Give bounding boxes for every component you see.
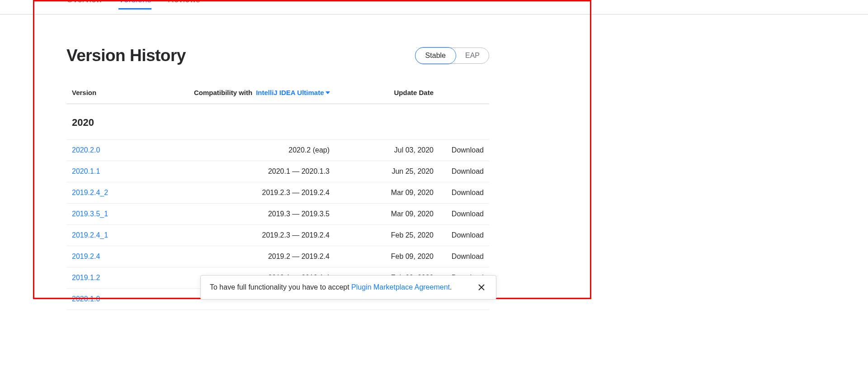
tab-versions[interactable]: Versions bbox=[118, 0, 151, 10]
download-link[interactable]: Download bbox=[452, 146, 484, 154]
product-selector-label: IntelliJ IDEA Ultimate bbox=[256, 89, 324, 96]
compatibility-cell: 2019.3 — 2019.3.5 bbox=[194, 210, 343, 218]
year-group: 2020 bbox=[66, 104, 489, 140]
table-row: 2020.2.02020.2 (eap)Jul 03, 2020Download bbox=[66, 140, 489, 161]
download-link[interactable]: Download bbox=[452, 252, 484, 260]
th-compat-prefix: Compatibility with bbox=[194, 89, 252, 96]
th-compatibility: Compatibility with IntelliJ IDEA Ultimat… bbox=[194, 89, 343, 96]
page-title: Version History bbox=[66, 46, 186, 65]
compatibility-cell: 2019.2 — 2019.2.4 bbox=[194, 252, 343, 261]
download-link[interactable]: Download bbox=[452, 231, 484, 239]
compatibility-cell: 2019.2.3 — 2019.2.4 bbox=[194, 231, 343, 239]
date-cell: Feb 25, 2020 bbox=[343, 231, 438, 239]
tab-overview[interactable]: Overview bbox=[66, 0, 102, 10]
date-cell: Jul 03, 2020 bbox=[343, 146, 438, 154]
version-link[interactable]: 2019.2.4 bbox=[72, 252, 100, 260]
date-cell: Mar 09, 2020 bbox=[343, 210, 438, 218]
table-row: 2020.1.12020.1 — 2020.1.3Jun 25, 2020Dow… bbox=[66, 161, 489, 182]
date-cell: Mar 09, 2020 bbox=[343, 189, 438, 197]
close-icon[interactable] bbox=[476, 282, 487, 293]
version-link[interactable]: 2020.1.1 bbox=[72, 167, 100, 175]
compatibility-cell: 2020.2 (eap) bbox=[194, 146, 343, 154]
tabs: Overview Versions Reviews bbox=[0, 0, 868, 14]
banner-message: To have full functionality you have to a… bbox=[210, 283, 452, 291]
date-cell: Jun 25, 2020 bbox=[343, 167, 438, 176]
table-row: 2019.3.5_12019.3 — 2019.3.5Mar 09, 2020D… bbox=[66, 204, 489, 225]
version-link[interactable]: 2020.2.0 bbox=[72, 146, 100, 154]
compatibility-cell: 2019.2.3 — 2019.2.4 bbox=[194, 189, 343, 197]
table-header: Version Compatibility with IntelliJ IDEA… bbox=[66, 89, 489, 104]
version-link[interactable]: 2020.1.0 bbox=[72, 295, 100, 303]
agreement-banner: To have full functionality you have to a… bbox=[200, 275, 496, 300]
version-link[interactable]: 2019.1.2 bbox=[72, 274, 100, 281]
version-link[interactable]: 2019.2.4_1 bbox=[72, 231, 108, 239]
banner-link[interactable]: Plugin Marketplace Agreement bbox=[351, 283, 450, 291]
download-link[interactable]: Download bbox=[452, 210, 484, 218]
version-link[interactable]: 2019.2.4_2 bbox=[72, 189, 108, 196]
product-selector[interactable]: IntelliJ IDEA Ultimate bbox=[256, 89, 330, 96]
toggle-eap[interactable]: EAP bbox=[456, 48, 489, 64]
download-link[interactable]: Download bbox=[452, 189, 484, 196]
banner-text-suffix: . bbox=[450, 283, 452, 291]
table-row: 2019.2.4_22019.2.3 — 2019.2.4Mar 09, 202… bbox=[66, 182, 489, 204]
channel-toggle: Stable EAP bbox=[415, 48, 489, 64]
tab-reviews[interactable]: Reviews bbox=[168, 0, 200, 10]
th-version: Version bbox=[72, 89, 194, 96]
compatibility-cell: 2020.1 — 2020.1.3 bbox=[194, 167, 343, 176]
date-cell: Feb 09, 2020 bbox=[343, 252, 438, 261]
download-link[interactable]: Download bbox=[452, 167, 484, 175]
th-update-date: Update Date bbox=[343, 89, 438, 96]
banner-text-prefix: To have full functionality you have to a… bbox=[210, 283, 351, 291]
version-link[interactable]: 2019.3.5_1 bbox=[72, 210, 108, 218]
toggle-stable[interactable]: Stable bbox=[415, 47, 456, 64]
chevron-down-icon bbox=[326, 91, 330, 94]
table-row: 2019.2.42019.2 — 2019.2.4Feb 09, 2020Dow… bbox=[66, 246, 489, 267]
table-row: 2019.2.4_12019.2.3 — 2019.2.4Feb 25, 202… bbox=[66, 225, 489, 246]
